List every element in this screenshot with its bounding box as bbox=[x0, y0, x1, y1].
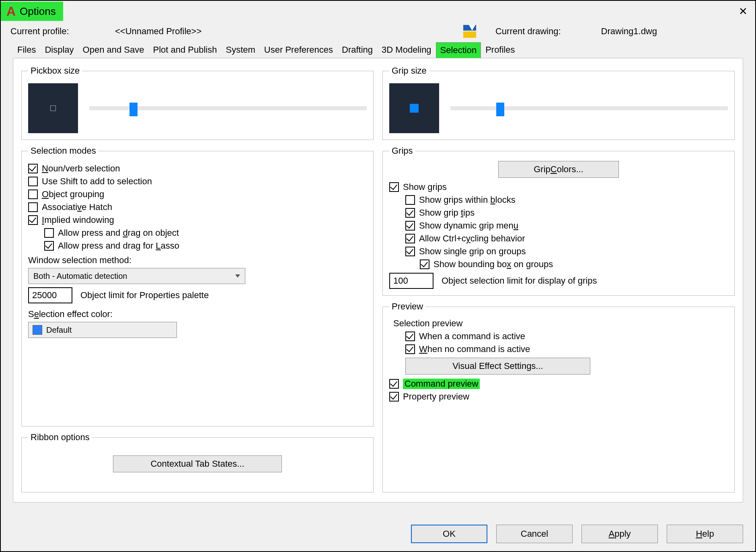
close-button[interactable]: ✕ bbox=[731, 1, 755, 22]
press-drag-object-label: Allow press and drag on object bbox=[58, 228, 179, 238]
grips-legend: Grips bbox=[389, 146, 415, 156]
window-title: Options bbox=[20, 5, 56, 18]
single-grip-groups-checkbox[interactable] bbox=[405, 247, 415, 256]
command-preview-label: Command preview bbox=[403, 379, 480, 389]
dialog-footer: OK Cancel Apply Help bbox=[411, 525, 743, 543]
show-grips-checkbox[interactable] bbox=[389, 182, 399, 192]
grip-slider-thumb[interactable] bbox=[496, 103, 504, 116]
tab-3d-modeling[interactable]: 3D Modeling bbox=[377, 42, 436, 58]
tab-selection[interactable]: Selection bbox=[436, 42, 481, 58]
grip-colors-button[interactable]: Grip Colors... bbox=[498, 161, 619, 178]
right-column: Grip size Grips Grip Colors... bbox=[382, 66, 735, 492]
ctrl-cycling-label: Allow Ctrl+cycling behavior bbox=[419, 233, 525, 244]
tab-system[interactable]: System bbox=[222, 42, 260, 58]
visual-effect-settings-button[interactable]: Visual Effect Settings... bbox=[405, 358, 590, 375]
selection-color-value: Default bbox=[46, 325, 72, 335]
chevron-down-icon bbox=[235, 274, 240, 278]
help-button[interactable]: Help bbox=[667, 525, 743, 543]
selection-preview-title: Selection preview bbox=[393, 318, 728, 329]
preview-legend: Preview bbox=[389, 301, 425, 312]
apply-button[interactable]: Apply bbox=[581, 525, 658, 543]
pickbox-slider[interactable] bbox=[89, 106, 367, 110]
grips-blocks-checkbox[interactable] bbox=[405, 195, 415, 205]
tab-strip: Files Display Open and Save Plot and Pub… bbox=[1, 42, 755, 58]
press-drag-object-checkbox[interactable] bbox=[44, 228, 54, 238]
ok-button[interactable]: OK bbox=[411, 525, 487, 543]
grip-preview bbox=[389, 83, 439, 133]
grip-limit-input[interactable] bbox=[389, 273, 433, 289]
grip-slider[interactable] bbox=[450, 106, 728, 110]
ctrl-cycling-checkbox[interactable] bbox=[405, 234, 415, 243]
grip-tips-label: Show grip tips bbox=[419, 208, 475, 218]
title-left: A Options bbox=[1, 2, 63, 21]
color-swatch-icon bbox=[33, 325, 42, 335]
pickbox-slider-thumb[interactable] bbox=[129, 103, 138, 116]
implied-windowing-checkbox[interactable] bbox=[28, 215, 38, 225]
bbox-groups-checkbox[interactable] bbox=[420, 260, 429, 269]
pickbox-preview bbox=[28, 83, 78, 133]
close-icon: ✕ bbox=[739, 5, 748, 18]
app-logo-icon: A bbox=[6, 4, 16, 19]
contextual-tab-states-button[interactable]: Contextual Tab States... bbox=[113, 455, 282, 472]
show-grips-label: Show grips bbox=[403, 182, 447, 192]
window-method-value: Both - Automatic detection bbox=[33, 272, 127, 281]
object-grouping-checkbox[interactable] bbox=[28, 189, 38, 199]
no-cmd-checkbox[interactable] bbox=[405, 344, 415, 354]
assoc-hatch-checkbox[interactable] bbox=[28, 202, 38, 212]
options-dialog: A Options ✕ Current profile: <<Unnamed P… bbox=[0, 0, 756, 552]
tab-profiles[interactable]: Profiles bbox=[481, 42, 519, 58]
drawing-value: Drawing1.dwg bbox=[601, 26, 657, 37]
object-limit-input[interactable] bbox=[28, 287, 72, 303]
dynamic-grip-menu-label: Show dynamic grip menu bbox=[419, 220, 518, 231]
property-preview-checkbox[interactable] bbox=[389, 392, 399, 402]
grip-square-icon bbox=[410, 104, 419, 113]
noun-verb-label: Noun/verb selection bbox=[42, 163, 120, 174]
single-grip-groups-label: Show single grip on groups bbox=[419, 246, 526, 257]
tab-body: Pickbox size Selection modes Noun/verb s… bbox=[13, 58, 743, 503]
preview-group: Preview Selection preview When a command… bbox=[382, 301, 735, 492]
pickbox-legend: Pickbox size bbox=[28, 66, 82, 76]
property-preview-label: Property preview bbox=[403, 391, 469, 402]
gripsize-legend: Grip size bbox=[389, 66, 429, 76]
grips-group: Grips Grip Colors... Show grips Show gri… bbox=[382, 146, 735, 296]
gripsize-group: Grip size bbox=[382, 66, 735, 140]
pickbox-group: Pickbox size bbox=[21, 66, 374, 140]
header-row: Current profile: <<Unnamed Profile>> Cur… bbox=[1, 22, 755, 39]
tab-open-save[interactable]: Open and Save bbox=[78, 42, 149, 58]
grip-limit-label: Object selection limit for display of gr… bbox=[442, 276, 597, 286]
object-limit-label: Object limit for Properties palette bbox=[80, 290, 209, 301]
cmd-active-checkbox[interactable] bbox=[405, 332, 415, 341]
tab-plot-publish[interactable]: Plot and Publish bbox=[149, 42, 222, 58]
bbox-groups-label: Show bounding box on groups bbox=[433, 259, 553, 270]
left-column: Pickbox size Selection modes Noun/verb s… bbox=[21, 66, 374, 492]
ribbon-options-group: Ribbon options Contextual Tab States... bbox=[21, 432, 374, 492]
window-method-select[interactable]: Both - Automatic detection bbox=[28, 268, 245, 284]
dynamic-grip-menu-checkbox[interactable] bbox=[405, 221, 415, 231]
cmd-active-label: When a command is active bbox=[419, 331, 525, 342]
shift-add-label: Use Shift to add to selection bbox=[42, 176, 152, 187]
object-grouping-label: Object grouping bbox=[42, 189, 104, 200]
selection-modes-group: Selection modes Noun/verb selection Use … bbox=[21, 146, 374, 426]
grips-blocks-label: Show grips within blocks bbox=[419, 195, 516, 205]
drawing-icon bbox=[463, 25, 476, 38]
grip-tips-checkbox[interactable] bbox=[405, 208, 415, 218]
tab-drafting[interactable]: Drafting bbox=[337, 42, 377, 58]
tab-files[interactable]: Files bbox=[13, 42, 40, 58]
ribbon-options-legend: Ribbon options bbox=[28, 432, 92, 443]
selection-color-label: Selection effect color: bbox=[28, 309, 367, 319]
titlebar: A Options ✕ bbox=[1, 1, 755, 22]
selection-modes-legend: Selection modes bbox=[28, 146, 99, 156]
press-drag-lasso-label: Allow press and drag for Lasso bbox=[58, 241, 179, 251]
command-preview-checkbox[interactable] bbox=[389, 379, 399, 389]
shift-add-checkbox[interactable] bbox=[28, 177, 38, 186]
tab-user-prefs[interactable]: User Preferences bbox=[260, 42, 337, 58]
selection-color-select[interactable]: Default bbox=[28, 322, 177, 338]
noun-verb-checkbox[interactable] bbox=[28, 164, 38, 173]
cancel-button[interactable]: Cancel bbox=[496, 525, 573, 543]
tab-display[interactable]: Display bbox=[40, 42, 78, 58]
profile-label: Current profile: bbox=[10, 26, 83, 37]
press-drag-lasso-checkbox[interactable] bbox=[44, 241, 54, 251]
drawing-label: Current drawing: bbox=[495, 26, 561, 37]
assoc-hatch-label: Associative Hatch bbox=[42, 202, 112, 212]
window-method-label: Window selection method: bbox=[28, 255, 367, 266]
